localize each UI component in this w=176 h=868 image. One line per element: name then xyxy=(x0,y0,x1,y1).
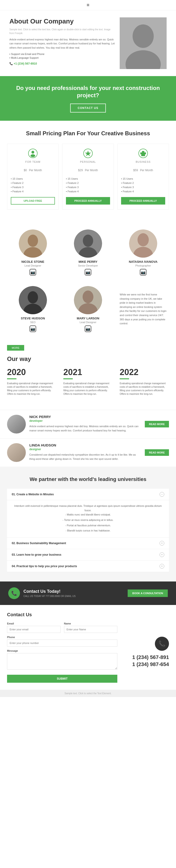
form-row-email-name: Email Name xyxy=(7,622,117,633)
plan-period-2: Per Month xyxy=(140,168,153,172)
team-company-text: While we were not the first home cleanin… xyxy=(117,282,169,336)
phone-number-1: 1 (234) 567-891 xyxy=(132,654,169,660)
natasha-photo xyxy=(129,229,157,258)
ourway-section: Our way 2020 Evaluating operational chan… xyxy=(0,353,176,410)
nicole-photo xyxy=(19,229,47,258)
steve-name: STEVE HUDSON xyxy=(9,317,56,320)
phone-label: Phone xyxy=(7,636,117,639)
contact-banner-text: Contact Us Today! CALL US TODAY AT 777.0… xyxy=(24,589,76,597)
proceed-annually-button-personal[interactable]: PROCEED ANNUALLY xyxy=(66,197,110,205)
mike-name: MIKE PERRY xyxy=(65,260,111,264)
about-list-item-1: Support via Email and Phone xyxy=(9,53,115,55)
nav-bar: ≡ xyxy=(0,0,176,10)
accordion-icon-4: + xyxy=(160,564,164,568)
extended-members: NICK PERRY developer Article evident arr… xyxy=(0,410,176,467)
svg-point-5 xyxy=(31,154,35,157)
accordion-list-1: - Mattis nunc sed blandit libero volutpa… xyxy=(12,513,164,533)
form-row-message: Message xyxy=(7,649,117,670)
green-banner: Do you need professionals for your next … xyxy=(0,76,176,121)
nick-read-more-button[interactable]: READ MORE xyxy=(145,421,169,427)
plan-period-1: Per Month xyxy=(85,168,98,172)
proceed-annually-button-business[interactable]: PROCEED ANNUALLY xyxy=(121,197,165,205)
mary-photo xyxy=(74,286,102,314)
svg-point-1 xyxy=(133,24,154,48)
mary-instagram-icon[interactable]: 📷 xyxy=(85,326,91,332)
universities-title: We partner with the world's leading univ… xyxy=(7,476,169,483)
nick-photo xyxy=(7,415,26,434)
upload-free-button[interactable]: UPLOAD FREE xyxy=(11,197,55,205)
year-2022: 2022 xyxy=(120,367,169,377)
pricing-section: Small Pricing Plan For Your Creative Bus… xyxy=(0,121,176,219)
svg-point-13 xyxy=(28,235,38,247)
universities-section: We partner with the world's leading univ… xyxy=(0,467,176,582)
accordion-title-4: 04. Practical tips to help you price you… xyxy=(12,565,77,568)
natasha-instagram-icon[interactable]: 📷 xyxy=(140,269,146,276)
team-card-mary: MARY LARSON Lead Designer 📷 xyxy=(62,282,114,336)
more-button[interactable]: MORE xyxy=(7,345,24,351)
form-group-message: Message xyxy=(7,649,117,670)
accordion: 01. Create a Website in Minutes − Interd… xyxy=(7,489,169,572)
steve-photo xyxy=(19,286,47,314)
contact-form-title: Contact Us xyxy=(7,612,169,617)
nicole-role: Lead Designer xyxy=(9,264,56,267)
company-description: While we were not the first home cleanin… xyxy=(120,290,167,328)
footer: Sample text. Click to select the Text El… xyxy=(0,690,176,697)
more-btn-wrap: MORE xyxy=(0,343,176,353)
nick-desc: Article evident arrived express highest … xyxy=(29,424,141,433)
book-consultation-button[interactable]: BOOK A CONSULTATION xyxy=(128,589,168,597)
form-group-phone: Phone xyxy=(7,636,117,647)
name-label: Name xyxy=(64,622,117,625)
accordion-header-2[interactable]: 02. Business Sustainability Management + xyxy=(7,537,169,549)
message-textarea[interactable] xyxy=(7,653,117,670)
nicole-name: NICOLE STONE xyxy=(9,260,56,264)
about-list: Support via Email and Phone Multi-Langua… xyxy=(9,53,115,59)
mike-photo xyxy=(74,229,102,258)
contact-us-button[interactable]: CONTACT US xyxy=(70,103,106,113)
linda-read-more-button[interactable]: READ MORE xyxy=(145,449,169,456)
team-card-natasha: NATASHA IVANOVA Photographer 📷 xyxy=(117,226,169,279)
form-group-name: Name xyxy=(64,622,117,633)
nicole-instagram-icon[interactable]: 📷 xyxy=(30,269,36,276)
plan-price-0: $0 Per Month xyxy=(11,164,55,173)
accordion-header-1[interactable]: 01. Create a Website in Minutes − xyxy=(7,489,169,500)
message-label: Message xyxy=(7,649,117,652)
phone-icon: 📞 xyxy=(9,62,13,65)
accordion-item-4: 04. Practical tips to help you price you… xyxy=(7,561,169,572)
form-left: Email Name Phone Message xyxy=(7,622,117,683)
phone-banner-icon: 📞 xyxy=(11,590,17,596)
accordion-item-2: 02. Business Sustainability Management + xyxy=(7,537,169,549)
pricing-card-personal: PERSONAL $29 Per Month 15 Users Feature … xyxy=(62,144,114,210)
contact-banner-title: Contact Us Today! xyxy=(24,589,76,594)
phone-input[interactable] xyxy=(7,640,117,647)
year-2021-bar xyxy=(63,378,73,379)
contact-icon-circle: 📞 xyxy=(8,587,20,599)
pricing-cards: FOR TEAM $0 Per Month 15 Users Feature 2… xyxy=(7,144,169,210)
pricing-card-team: FOR TEAM $0 Per Month 15 Users Feature 2… xyxy=(7,144,59,210)
plan-label-2: BUSINESS xyxy=(121,160,165,163)
steve-role: SEO xyxy=(9,321,56,323)
accordion-title-1: 01. Create a Website in Minutes xyxy=(12,493,54,496)
name-input[interactable] xyxy=(64,626,117,633)
contact-banner-left: 📞 Contact Us Today! CALL US TODAY AT 777… xyxy=(8,587,76,599)
plan-period-0: Per Month xyxy=(29,168,42,172)
linda-desc: Considered use dispatched melancholy sym… xyxy=(29,453,141,461)
svg-rect-10 xyxy=(140,152,146,154)
timeline-item-2022: 2022 Evaluating operational change manag… xyxy=(120,367,169,396)
mike-instagram-icon[interactable]: 📷 xyxy=(85,269,91,276)
accordion-header-4[interactable]: 04. Practical tips to help you price you… xyxy=(7,561,169,572)
nick-title: developer xyxy=(29,419,141,423)
submit-button[interactable]: SUBMIT xyxy=(7,675,117,683)
linda-title: designer xyxy=(29,447,141,451)
natasha-name: NATASHA IVANOVA xyxy=(120,260,167,264)
team-card-steve: STEVE HUDSON SEO 📷 xyxy=(7,282,59,336)
steve-instagram-icon[interactable]: 📷 xyxy=(30,326,36,332)
about-title: About Our Company xyxy=(9,18,115,25)
year-2021-text: Evaluating operational change management… xyxy=(63,382,113,396)
hamburger-icon[interactable]: ≡ xyxy=(86,2,90,8)
accordion-header-3[interactable]: 03. Learn how to grow your business + xyxy=(7,549,169,560)
plan-label-1: PERSONAL xyxy=(66,160,110,163)
year-2020-text: Evaluating operational change management… xyxy=(7,382,56,396)
pricing-card-business: BUSINESS $59 Per Month 15 Users Feature … xyxy=(117,144,169,210)
email-input[interactable] xyxy=(7,626,61,633)
about-freepik-note: Sample text. Click to select the text bo… xyxy=(9,28,115,35)
